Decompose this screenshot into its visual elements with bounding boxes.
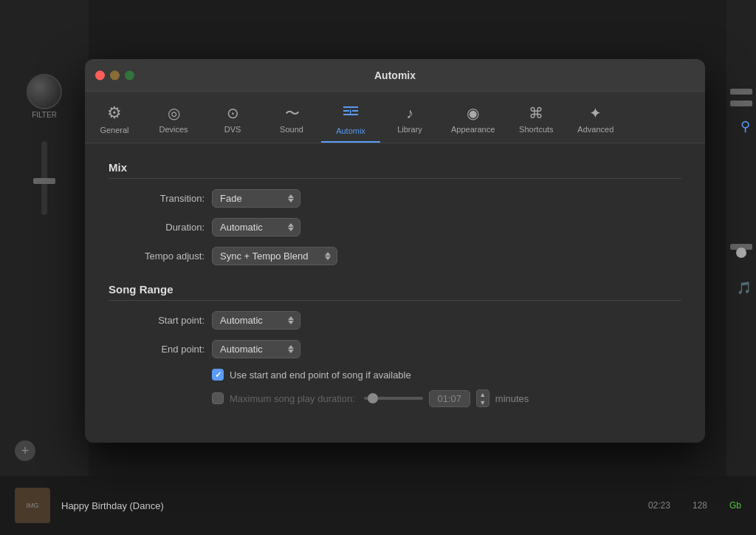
transition-select[interactable]: Fade [212, 189, 300, 208]
track-bpm: 128 [693, 500, 707, 511]
title-bar: Automix [85, 59, 705, 92]
tab-advanced-label: Advanced [577, 125, 614, 134]
right-panel: ⚲ 🎵 [726, 0, 756, 535]
max-duration-checkbox[interactable] [212, 392, 224, 404]
appearance-icon: ◉ [467, 106, 479, 120]
track-thumbnail: IMG [15, 488, 50, 523]
duration-value: Automatic [220, 222, 281, 233]
max-duration-row: Maximum song play duration: 01:07 ▲ ▼ mi… [212, 389, 681, 407]
arrow-down [288, 228, 294, 231]
tab-devices-label: Devices [159, 125, 188, 134]
tempo-select[interactable]: Sync + Tempo Blend [212, 247, 337, 265]
tab-dvs[interactable]: ⊙ DVS [203, 100, 262, 141]
tab-appearance[interactable]: ◉ Appearance [439, 100, 506, 141]
traffic-lights [95, 70, 134, 80]
arrow-up [288, 194, 294, 198]
dvs-icon: ⊙ [227, 106, 239, 120]
svg-marker-4 [350, 109, 351, 115]
stepper-down[interactable]: ▼ [477, 398, 489, 406]
end-label: End point: [109, 344, 205, 355]
duration-select[interactable]: Automatic [212, 218, 300, 236]
arrow-down [288, 199, 294, 202]
song-range-title: Song Range [109, 283, 681, 301]
end-value: Automatic [220, 344, 281, 355]
tab-shortcuts[interactable]: ⌘ Shortcuts [506, 100, 566, 141]
tempo-value: Sync + Tempo Blend [220, 251, 317, 262]
tempo-row: Tempo adjust: Sync + Tempo Blend [109, 247, 681, 265]
use-start-end-checkbox[interactable]: ✓ [212, 369, 224, 381]
arrow-up [325, 252, 331, 256]
duration-row: Duration: Automatic [109, 218, 681, 236]
tab-advanced[interactable]: ✦ Advanced [566, 100, 625, 141]
add-button[interactable]: + [15, 440, 35, 461]
left-panel: FILTER [0, 0, 89, 535]
start-arrows [288, 316, 294, 324]
tempo-label: Tempo adjust: [109, 251, 205, 262]
mix-section-title: Mix [109, 161, 681, 179]
start-point-row: Start point: Automatic [109, 311, 681, 330]
minutes-label: minutes [495, 393, 529, 404]
bottom-track-bar: IMG Happy Birthday (Dance) 02:23 128 Gb [0, 476, 756, 535]
arrow-up [288, 316, 294, 320]
arrow-down [288, 321, 294, 324]
tab-devices[interactable]: ◎ Devices [144, 100, 203, 141]
song-range-section: Song Range Start point: Automatic End po… [109, 283, 681, 407]
tab-bar: ⚙ General ◎ Devices ⊙ DVS 〜 Sound [85, 92, 705, 143]
duration-label: Duration: [109, 222, 205, 233]
track-meta: 02:23 128 Gb [648, 500, 741, 511]
tab-automix-label: Automix [336, 126, 365, 135]
svg-rect-1 [343, 110, 349, 112]
shortcuts-icon: ⌘ [529, 106, 543, 120]
track-time: 02:23 [648, 500, 670, 511]
arrow-up [288, 345, 294, 349]
start-select[interactable]: Automatic [212, 311, 300, 330]
tab-library-label: Library [397, 125, 422, 134]
slider-thumb [368, 393, 378, 403]
tab-library[interactable]: ♪ Library [380, 100, 439, 141]
duration-arrows [288, 223, 294, 231]
track-info: Happy Birthday (Dance) [61, 500, 164, 511]
duration-time-input[interactable]: 01:07 [429, 390, 470, 407]
track-key: Gb [729, 500, 741, 511]
transition-value: Fade [220, 193, 281, 204]
tempo-arrows [325, 252, 331, 260]
end-arrows [288, 345, 294, 353]
tab-sound[interactable]: 〜 Sound [262, 100, 321, 141]
filter-knob[interactable] [27, 74, 62, 109]
duration-stepper[interactable]: ▲ ▼ [476, 389, 489, 407]
modal-title: Automix [374, 69, 416, 81]
tab-general-label: General [100, 126, 128, 134]
devices-icon: ◎ [168, 106, 180, 120]
maximize-button[interactable] [125, 70, 134, 80]
end-point-row: End point: Automatic [109, 340, 681, 358]
checkmark-icon: ✓ [215, 370, 221, 380]
duration-slider[interactable] [364, 397, 423, 400]
mix-section: Mix Transition: Fade Duration: Automatic [109, 161, 681, 265]
tab-general[interactable]: ⚙ General [85, 99, 144, 142]
transition-row: Transition: Fade [109, 189, 681, 208]
advanced-icon: ✦ [589, 106, 602, 120]
sound-icon: 〜 [285, 106, 299, 120]
arrow-down [288, 350, 294, 353]
content-area: Mix Transition: Fade Duration: Automatic [85, 143, 705, 443]
max-duration-label: Maximum song play duration: [230, 393, 355, 404]
close-button[interactable] [95, 70, 105, 80]
tab-automix[interactable]: Automix [321, 98, 380, 143]
transition-label: Transition: [109, 193, 205, 204]
filter-label: FILTER [32, 111, 57, 119]
tab-dvs-label: DVS [224, 125, 241, 134]
svg-rect-0 [343, 106, 358, 108]
start-value: Automatic [220, 315, 281, 326]
tab-sound-label: Sound [280, 125, 303, 134]
library-icon: ♪ [406, 106, 413, 120]
use-start-end-label: Use start and end point of song if avail… [230, 369, 411, 381]
minimize-button[interactable] [110, 70, 120, 80]
end-select[interactable]: Automatic [212, 340, 300, 358]
stepper-up[interactable]: ▲ [477, 390, 489, 398]
arrow-down [325, 256, 331, 260]
transition-arrows [288, 194, 294, 202]
svg-rect-2 [352, 110, 358, 112]
use-start-end-row: ✓ Use start and end point of song if ava… [212, 369, 681, 381]
tab-appearance-label: Appearance [451, 125, 495, 134]
start-label: Start point: [109, 315, 205, 326]
